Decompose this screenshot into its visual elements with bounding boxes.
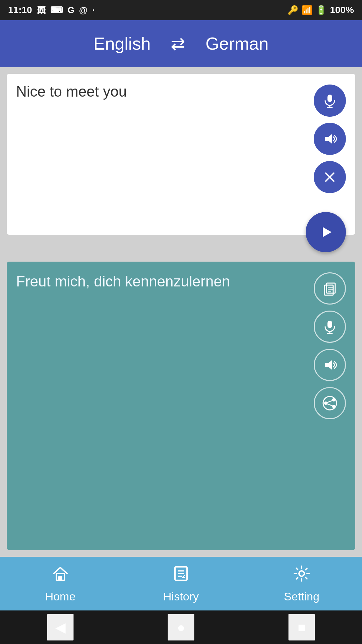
status-time: 11:10 [8, 5, 32, 15]
history-icon [172, 564, 190, 587]
svg-marker-3 [325, 134, 332, 144]
svg-rect-0 [327, 95, 332, 102]
translated-text: Freut mich, dich kennenzulernen [16, 271, 314, 541]
bottom-navigation: Home History Setting [0, 557, 362, 610]
svg-point-17 [332, 398, 336, 401]
google-icon: G [68, 5, 74, 15]
source-language[interactable]: English [94, 34, 151, 54]
translate-play-button[interactable] [306, 212, 346, 252]
home-label: Home [45, 590, 76, 603]
source-text-input[interactable]: Nice to meet you [16, 83, 314, 225]
home-button[interactable]: ● [168, 614, 194, 641]
nav-setting[interactable]: Setting [268, 564, 335, 603]
key-icon: 🔑 [288, 5, 298, 15]
svg-marker-15 [325, 360, 332, 370]
svg-line-21 [327, 404, 333, 406]
main-content: Nice to meet you [0, 67, 362, 557]
svg-rect-23 [58, 576, 62, 580]
svg-point-18 [332, 405, 336, 408]
keyboard-icon: ⌨ [50, 5, 63, 15]
image-icon: 🖼 [37, 5, 46, 15]
signal-icon: 📶 [302, 5, 312, 15]
svg-marker-6 [323, 227, 331, 237]
svg-point-28 [299, 571, 304, 576]
setting-label: Setting [284, 590, 319, 603]
dot-icon: · [92, 5, 95, 15]
settings-icon [292, 564, 311, 587]
language-header: English ⇄ German [0, 20, 362, 67]
svg-point-19 [324, 401, 327, 405]
history-label: History [163, 590, 199, 603]
back-button[interactable]: ◀ [47, 614, 74, 641]
home-icon [51, 564, 70, 587]
swap-languages-icon[interactable]: ⇄ [171, 34, 185, 54]
output-action-buttons [314, 271, 346, 541]
nav-home[interactable]: Home [27, 564, 94, 603]
volume-input-button[interactable] [314, 123, 346, 155]
nav-history[interactable]: History [147, 564, 215, 603]
battery-icon: 🔋 [316, 5, 326, 15]
copy-output-button[interactable] [314, 272, 346, 305]
svg-rect-12 [327, 321, 332, 328]
input-action-buttons [314, 83, 346, 225]
share-output-button[interactable] [314, 387, 346, 419]
microphone-input-button[interactable] [314, 85, 346, 117]
system-nav-bar: ◀ ● ■ [0, 610, 362, 644]
target-language[interactable]: German [205, 34, 268, 54]
clear-input-button[interactable] [314, 161, 346, 193]
battery-percent: 100% [330, 5, 354, 15]
at-icon: @ [79, 5, 87, 15]
recent-apps-button[interactable]: ■ [288, 614, 315, 641]
svg-line-20 [327, 400, 333, 402]
input-panel: Nice to meet you [7, 74, 355, 235]
volume-output-button[interactable] [314, 349, 346, 381]
status-bar: 11:10 🖼 ⌨ G @ · 🔑 📶 🔋 100% [0, 0, 362, 20]
microphone-output-button[interactable] [314, 311, 346, 343]
output-panel: Freut mich, dich kennenzulernen [7, 262, 355, 550]
